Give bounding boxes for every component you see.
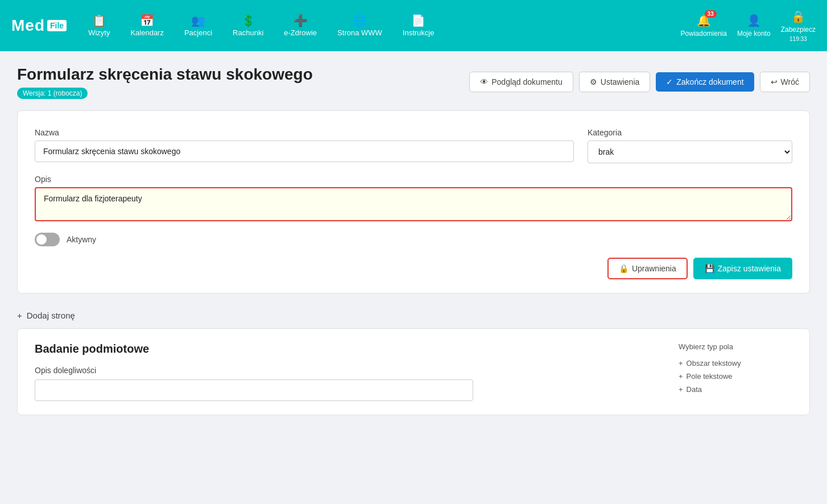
nav-mojekonto[interactable]: 👤 Moje konto	[737, 14, 771, 38]
settings-button[interactable]: ⚙ Ustawienia	[579, 72, 650, 92]
settings-bottom: 🔒 Uprawnienia 💾 Zapisz ustawienia	[35, 258, 792, 279]
field-type-pole-label: Pole tekstowe	[687, 372, 733, 381]
nav-item-ezdrowie[interactable]: ➕ e-Zdrowie	[279, 12, 321, 40]
notification-badge: 33	[705, 10, 717, 18]
aktywny-toggle[interactable]	[35, 233, 60, 246]
nazwa-input[interactable]	[35, 141, 574, 162]
nav-right: 🔔 33 Powiadomienia 👤 Moje konto 🔒 Zabezp…	[681, 10, 816, 42]
page-title: Formularz skręcenia stawu skokowego	[17, 65, 313, 84]
nav-item-wizyty[interactable]: 📋 Wizyty	[84, 12, 114, 40]
nav-mojekonto-label: Moje konto	[737, 30, 771, 38]
form-group-opis: Opis	[35, 175, 792, 221]
kategoria-select[interactable]: brak Ortopedia Neurologia Kardiologia	[588, 141, 792, 163]
page-header: Formularz skręcenia stawu skokowego Wers…	[17, 65, 810, 99]
section-left: Badanie podmiotowe Opis dolegliwości	[35, 342, 661, 401]
finish-label: Zakończ dokument	[676, 77, 743, 86]
uprawnienia-button[interactable]: 🔒 Uprawnienia	[607, 258, 688, 279]
plus-icon-data: +	[679, 385, 683, 394]
form-row-top: Nazwa Kategoria brak Ortopedia Neurologi…	[35, 128, 792, 163]
section-card: Badanie podmiotowe Opis dolegliwości Wyb…	[17, 328, 810, 415]
plus-icon-obszar: +	[679, 359, 683, 367]
check-icon: ✓	[666, 77, 673, 86]
save-icon: 💾	[705, 264, 714, 273]
add-page-row[interactable]: + Dodaj stronę	[17, 305, 810, 328]
user-icon: 👤	[747, 14, 761, 27]
form-group-nazwa: Nazwa	[35, 128, 574, 163]
section-field-label: Opis dolegliwości	[35, 366, 661, 375]
settings-label: Ustawienia	[601, 77, 639, 86]
settings-card: Nazwa Kategoria brak Ortopedia Neurologi…	[17, 110, 810, 294]
back-label: Wróć	[781, 77, 799, 86]
nav-item-stronawww-label: Strona WWW	[337, 28, 382, 37]
section-content: Badanie podmiotowe Opis dolegliwości Wyb…	[35, 342, 792, 401]
navbar: Med File 📋 Wizyty 📅 Kalendarz 👥 Pacjenci…	[0, 0, 827, 51]
field-type-data[interactable]: + Data	[679, 383, 792, 396]
preview-label: Podgląd dokumentu	[491, 77, 563, 86]
section-title: Badanie podmiotowe	[35, 342, 661, 356]
logo-file: File	[47, 20, 67, 31]
nav-powiadomienia-label: Powiadomienia	[681, 30, 727, 38]
version-badge: Wersja: 1 (robocza)	[17, 88, 88, 99]
instrukcje-icon: 📄	[411, 15, 425, 26]
field-type-label: Wybierz typ pola	[679, 342, 792, 351]
logo-med: Med	[11, 16, 45, 35]
opis-textarea[interactable]	[35, 187, 792, 221]
nav-zabezpiecz-sublabel: 119:33	[789, 36, 807, 42]
preview-button[interactable]: 👁 Podgląd dokumentu	[469, 72, 573, 92]
nav-powiadomienia[interactable]: 🔔 33 Powiadomienia	[681, 14, 727, 38]
eye-icon: 👁	[480, 77, 488, 86]
field-type-obszar-label: Obszar tekstowy	[687, 359, 741, 367]
kategoria-label: Kategoria	[588, 128, 792, 137]
shield-lock-icon: 🔒	[619, 264, 628, 273]
plus-icon: +	[17, 311, 22, 320]
nav-item-instrukcje-label: Instrukcje	[403, 28, 435, 37]
nav-item-kalendarz[interactable]: 📅 Kalendarz	[126, 12, 168, 40]
gear-icon: ⚙	[590, 77, 597, 86]
nav-item-stronawww[interactable]: 🌐 Strona WWW	[333, 12, 387, 40]
zapisz-button[interactable]: 💾 Zapisz ustawienia	[693, 258, 792, 279]
nav-zabezpiecz-label: Zabezpiecz	[781, 26, 816, 34]
opis-label: Opis	[35, 175, 792, 184]
kalendarz-icon: 📅	[140, 15, 154, 26]
plus-icon-pole: +	[679, 372, 683, 381]
add-page-label: Dodaj stronę	[27, 311, 75, 320]
ezdrowie-icon: ➕	[293, 15, 308, 26]
nav-item-kalendarz-label: Kalendarz	[130, 28, 164, 37]
nav-item-rachunki-label: Rachunki	[233, 28, 263, 37]
page-title-block: Formularz skręcenia stawu skokowego Wers…	[17, 65, 313, 99]
logo[interactable]: Med File	[11, 16, 67, 35]
page-actions: 👁 Podgląd dokumentu ⚙ Ustawienia ✓ Zakoń…	[469, 72, 810, 92]
finish-button[interactable]: ✓ Zakończ dokument	[656, 72, 754, 92]
section-right-panel: Wybierz typ pola + Obszar tekstowy + Pol…	[679, 342, 792, 401]
toggle-track	[35, 233, 60, 246]
nazwa-label: Nazwa	[35, 128, 574, 137]
nav-item-instrukcje[interactable]: 📄 Instrukcje	[398, 12, 439, 40]
nav-items: 📋 Wizyty 📅 Kalendarz 👥 Pacjenci 💲 Rachun…	[84, 12, 680, 40]
rachunki-icon: 💲	[241, 15, 255, 26]
page-content: Formularz skręcenia stawu skokowego Wers…	[0, 51, 827, 429]
nav-item-ezdrowie-label: e-Zdrowie	[284, 28, 317, 37]
field-type-pole[interactable]: + Pole tekstowe	[679, 370, 792, 383]
field-type-obszar[interactable]: + Obszar tekstowy	[679, 357, 792, 370]
toggle-row: Aktywny	[35, 233, 792, 246]
field-type-data-label: Data	[687, 385, 702, 394]
wizyty-icon: 📋	[92, 15, 106, 26]
uprawnienia-label: Uprawnienia	[632, 264, 676, 273]
nav-item-wizyty-label: Wizyty	[88, 28, 110, 37]
nav-item-pacjenci[interactable]: 👥 Pacjenci	[180, 12, 217, 40]
back-button[interactable]: ↩ Wróć	[760, 72, 810, 92]
section-field-input[interactable]	[35, 379, 473, 401]
nav-item-rachunki[interactable]: 💲 Rachunki	[228, 12, 268, 40]
toggle-thumb	[36, 234, 47, 245]
back-icon: ↩	[771, 77, 778, 86]
form-group-kategoria: Kategoria brak Ortopedia Neurologia Kard…	[588, 128, 792, 163]
toggle-label: Aktywny	[67, 235, 96, 244]
stronawww-icon: 🌐	[353, 15, 367, 26]
zapisz-label: Zapisz ustawienia	[718, 264, 781, 273]
nav-zabezpiecz[interactable]: 🔒 Zabezpiecz 119:33	[781, 10, 816, 42]
nav-item-pacjenci-label: Pacjenci	[184, 28, 212, 37]
lock-icon: 🔒	[791, 10, 805, 23]
pacjenci-icon: 👥	[191, 15, 205, 26]
